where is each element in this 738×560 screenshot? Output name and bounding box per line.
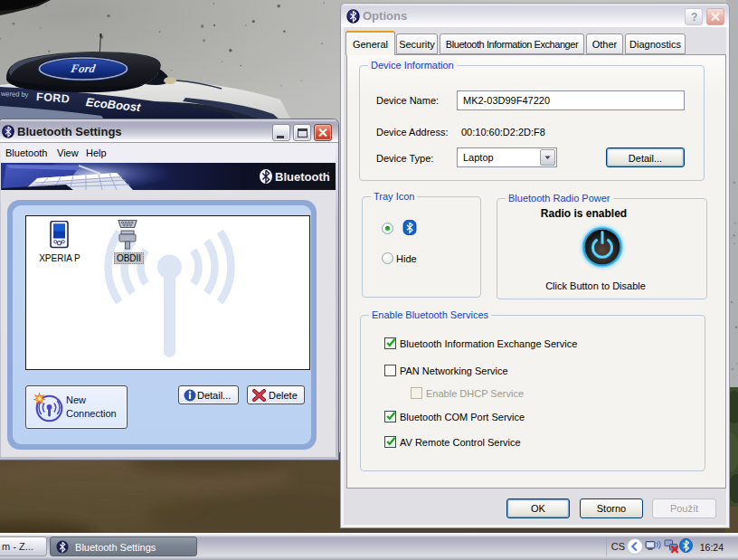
svg-text:FORD: FORD — [36, 90, 71, 106]
svg-text:Bluetooth: Bluetooth — [275, 170, 330, 184]
svg-text:wered by: wered by — [0, 90, 29, 99]
svg-text:Ford: Ford — [69, 62, 97, 76]
